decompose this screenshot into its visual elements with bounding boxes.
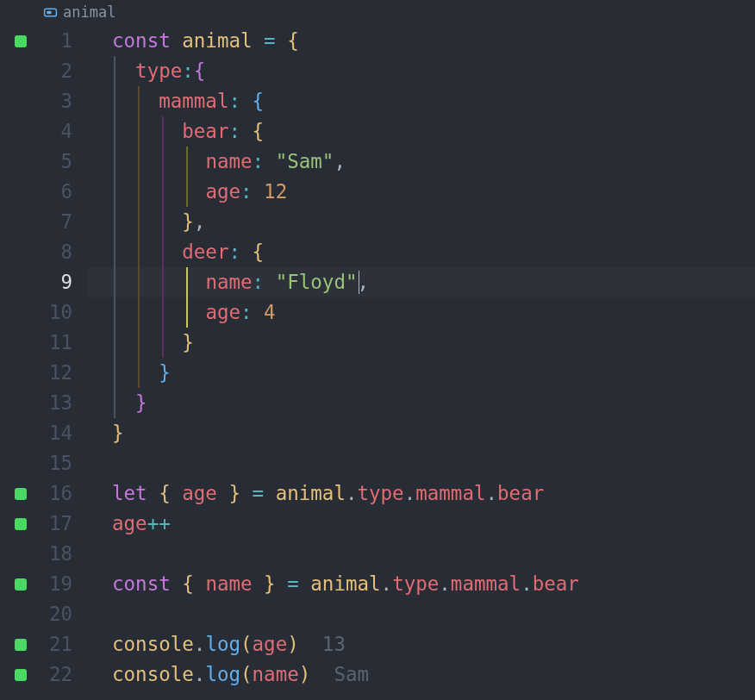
line-number[interactable]: 10 bbox=[41, 297, 88, 328]
line-number[interactable]: 7 bbox=[41, 207, 88, 237]
code-area: 1 2 3 4 5 6 7 8 9 10 11 12 13 14 15 16 1… bbox=[0, 26, 755, 700]
gutter-markers bbox=[0, 26, 41, 700]
gutter-marker-icon[interactable] bbox=[15, 578, 27, 591]
code-line[interactable] bbox=[88, 448, 755, 478]
code-editor: animal 1 2 3 4 5 6 7 8 9 bbox=[0, 0, 755, 700]
code-line[interactable]: const animal = { bbox=[88, 26, 755, 56]
breadcrumb-label: animal bbox=[63, 3, 115, 21]
code-line[interactable]: age: 4 bbox=[88, 297, 755, 328]
line-number[interactable]: 6 bbox=[41, 177, 88, 207]
gutter-marker-icon[interactable] bbox=[15, 669, 27, 681]
code-line[interactable] bbox=[88, 599, 755, 629]
symbol-variable-icon bbox=[43, 5, 58, 20]
line-number[interactable]: 17 bbox=[41, 509, 88, 539]
line-number[interactable]: 22 bbox=[41, 659, 88, 690]
line-number[interactable]: 19 bbox=[41, 569, 88, 599]
code-line[interactable]: } bbox=[88, 418, 755, 448]
code-line[interactable]: const { name } = animal.type.mammal.bear bbox=[88, 569, 755, 599]
inline-hint: Sam bbox=[334, 663, 369, 685]
gutter-marker-icon[interactable] bbox=[15, 639, 27, 651]
line-number[interactable]: 4 bbox=[41, 116, 88, 147]
line-number[interactable]: 1 bbox=[41, 26, 88, 56]
code-line[interactable]: mammal: { bbox=[88, 86, 755, 116]
line-number[interactable]: 13 bbox=[41, 388, 88, 418]
code-line[interactable]: console.log(age) 13 bbox=[88, 629, 755, 659]
code-line[interactable]: }, bbox=[88, 207, 755, 237]
code-line[interactable]: name: "Floyd", bbox=[88, 267, 755, 297]
line-number[interactable]: 2 bbox=[41, 56, 88, 86]
breadcrumb[interactable]: animal bbox=[0, 0, 755, 26]
code-line[interactable]: name: "Sam", bbox=[88, 147, 755, 177]
code-line[interactable]: age: 12 bbox=[88, 177, 755, 207]
line-number[interactable]: 5 bbox=[41, 147, 88, 177]
line-number[interactable]: 14 bbox=[41, 418, 88, 448]
gutter-marker-icon[interactable] bbox=[15, 35, 27, 47]
code-line[interactable]: let { age } = animal.type.mammal.bear bbox=[88, 478, 755, 509]
gutter-marker-icon[interactable] bbox=[15, 488, 27, 500]
line-number[interactable]: 12 bbox=[41, 358, 88, 388]
line-number[interactable]: 3 bbox=[41, 86, 88, 116]
code-line[interactable]: type:{ bbox=[88, 56, 755, 86]
gutter-marker-icon[interactable] bbox=[15, 518, 27, 530]
code-line[interactable]: console.log(name) Sam bbox=[88, 659, 755, 690]
code-content[interactable]: const animal = { type:{ mammal: { bear: … bbox=[88, 26, 755, 700]
code-line[interactable]: } bbox=[88, 388, 755, 418]
inline-hint: 13 bbox=[322, 633, 346, 655]
line-number[interactable]: 18 bbox=[41, 539, 88, 569]
code-line[interactable]: } bbox=[88, 358, 755, 388]
line-number[interactable]: 16 bbox=[41, 478, 88, 509]
code-line[interactable]: } bbox=[88, 328, 755, 358]
line-number[interactable]: 21 bbox=[41, 629, 88, 659]
line-number[interactable]: 11 bbox=[41, 328, 88, 358]
line-number[interactable]: 15 bbox=[41, 448, 88, 478]
code-line[interactable]: bear: { bbox=[88, 116, 755, 147]
line-number-gutter: 1 2 3 4 5 6 7 8 9 10 11 12 13 14 15 16 1… bbox=[41, 26, 88, 700]
line-number[interactable]: 20 bbox=[41, 599, 88, 629]
code-line[interactable] bbox=[88, 539, 755, 569]
svg-rect-1 bbox=[47, 10, 51, 13]
code-line[interactable]: age++ bbox=[88, 509, 755, 539]
code-line[interactable]: deer: { bbox=[88, 237, 755, 267]
line-number[interactable]: 8 bbox=[41, 237, 88, 267]
line-number[interactable]: 9 bbox=[41, 267, 88, 297]
